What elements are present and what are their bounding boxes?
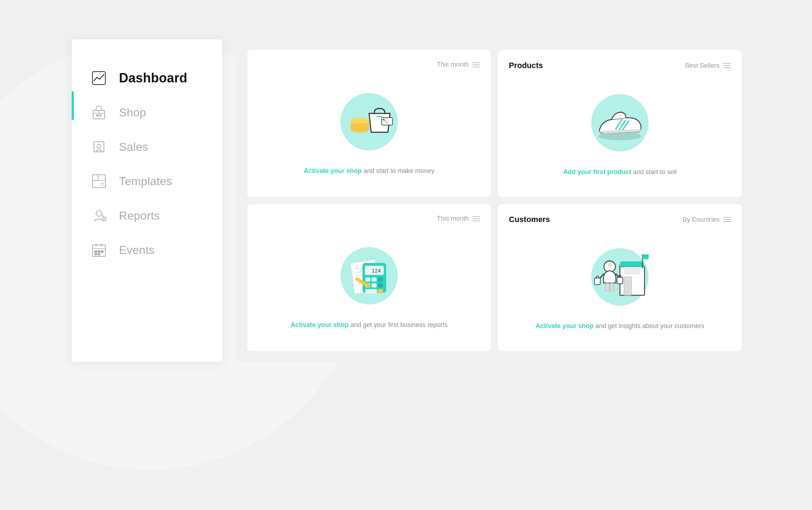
reports-card-header: This month bbox=[258, 215, 480, 222]
customers-card-description: Activate your shop and get insights abou… bbox=[535, 321, 704, 331]
sidebar-item-sales[interactable]: Sales bbox=[90, 130, 204, 164]
dashboard-content: This month bbox=[237, 39, 753, 362]
reports-desc-rest: and get your first business reports bbox=[349, 321, 448, 328]
products-card: Products Best Sellers bbox=[498, 50, 742, 197]
svg-line-15 bbox=[102, 215, 105, 218]
svg-rect-51 bbox=[366, 289, 377, 293]
svg-rect-47 bbox=[378, 278, 383, 282]
svg-rect-8 bbox=[92, 175, 105, 188]
svg-point-31 bbox=[351, 122, 369, 129]
sales-card: This month bbox=[247, 50, 491, 197]
products-illustration bbox=[584, 87, 656, 159]
sidebar-item-templates[interactable]: Templates bbox=[90, 164, 204, 198]
svg-point-4 bbox=[96, 115, 98, 116]
reports-filter-menu-icon bbox=[472, 216, 480, 221]
customers-card-body: Activate your shop and get insights abou… bbox=[509, 231, 731, 340]
sidebar-item-dashboard[interactable]: Dashboard bbox=[90, 61, 204, 95]
reports-icon bbox=[90, 206, 108, 225]
svg-rect-0 bbox=[92, 72, 105, 85]
svg-point-5 bbox=[100, 115, 101, 116]
svg-point-61 bbox=[608, 263, 612, 267]
sidebar-reports-label: Reports bbox=[119, 209, 160, 222]
reports-card-description: Activate your shop and get your first bu… bbox=[291, 320, 448, 330]
reports-illustration: 124 bbox=[333, 240, 405, 312]
shop-icon bbox=[90, 103, 108, 122]
reports-illus-circle: 124 bbox=[340, 247, 398, 304]
customers-filter-button[interactable]: By Countries bbox=[683, 216, 731, 223]
sales-desc-rest: and start to make money bbox=[362, 167, 434, 174]
sidebar-dashboard-label: Dashboard bbox=[119, 71, 187, 86]
svg-rect-50 bbox=[378, 283, 383, 288]
svg-point-14 bbox=[96, 211, 102, 216]
customers-card-title: Customers bbox=[509, 215, 550, 224]
products-desc-rest: and start to sell bbox=[631, 168, 677, 175]
sales-filter-menu-icon bbox=[472, 62, 480, 67]
reports-filter-button[interactable]: This month bbox=[437, 215, 480, 222]
products-filter-menu-icon bbox=[723, 63, 731, 68]
svg-rect-49 bbox=[372, 283, 377, 288]
svg-rect-52 bbox=[378, 289, 383, 293]
sales-filter-label: This month bbox=[437, 61, 469, 68]
customers-card-header: Customers By Countries bbox=[509, 215, 731, 224]
products-card-body: Add your first product and start to sell bbox=[509, 77, 731, 186]
reports-card-body: 124 bbox=[258, 230, 480, 340]
products-card-header: Products Best Sellers bbox=[509, 61, 731, 70]
sidebar-templates-label: Templates bbox=[119, 175, 172, 188]
sales-card-description: Activate your shop and start to make mon… bbox=[304, 166, 434, 176]
customers-filter-label: By Countries bbox=[683, 216, 720, 223]
main-container: Dashboard Shop bbox=[72, 39, 753, 362]
sidebar-shop-label: Shop bbox=[119, 106, 146, 119]
svg-rect-24 bbox=[98, 251, 100, 252]
customers-highlight: Activate your shop bbox=[535, 322, 593, 329]
templates-icon bbox=[90, 172, 108, 191]
sidebar-sales-label: Sales bbox=[119, 140, 148, 154]
products-card-description: Add your first product and start to sell bbox=[563, 167, 677, 177]
svg-rect-46 bbox=[372, 278, 377, 282]
sales-illus-circle bbox=[340, 93, 398, 150]
reports-filter-label: This month bbox=[437, 215, 469, 222]
sales-illustration bbox=[333, 86, 405, 158]
sales-filter-button[interactable]: This month bbox=[437, 61, 480, 68]
customers-illustration bbox=[584, 241, 656, 313]
sidebar-item-events[interactable]: Events bbox=[90, 233, 204, 267]
reports-card: This month bbox=[247, 204, 491, 351]
svg-rect-45 bbox=[366, 278, 371, 282]
svg-rect-26 bbox=[95, 254, 97, 255]
svg-rect-33 bbox=[382, 117, 392, 125]
svg-text:124: 124 bbox=[372, 268, 381, 274]
products-filter-button[interactable]: Best Sellers bbox=[685, 62, 731, 69]
customers-illus-circle bbox=[591, 248, 649, 305]
customers-card: Customers By Countries bbox=[498, 204, 742, 351]
products-filter-label: Best Sellers bbox=[685, 62, 720, 69]
sales-card-body: Activate your shop and start to make mon… bbox=[258, 76, 480, 186]
svg-rect-9 bbox=[92, 175, 98, 181]
customers-filter-menu-icon bbox=[723, 217, 731, 222]
reports-highlight: Activate your shop bbox=[291, 321, 349, 328]
customers-desc-rest: and get insights about your customers bbox=[593, 322, 704, 329]
svg-rect-23 bbox=[95, 251, 97, 252]
shopping-bag-svg bbox=[344, 97, 394, 147]
sales-card-header: This month bbox=[258, 61, 480, 68]
svg-rect-64 bbox=[594, 278, 600, 284]
calculator-svg: 124 bbox=[344, 251, 394, 301]
svg-rect-66 bbox=[606, 283, 609, 291]
svg-rect-56 bbox=[624, 277, 631, 295]
dashboard-icon bbox=[90, 69, 108, 87]
products-card-title: Products bbox=[509, 61, 543, 70]
svg-rect-58 bbox=[643, 254, 649, 259]
svg-rect-67 bbox=[610, 283, 614, 291]
sidebar-item-shop[interactable]: Shop bbox=[90, 95, 204, 130]
shoe-svg bbox=[593, 101, 647, 144]
sales-highlight: Activate your shop bbox=[304, 167, 362, 174]
svg-rect-27 bbox=[98, 254, 100, 255]
products-illus-circle bbox=[591, 94, 649, 151]
customer-svg bbox=[591, 250, 649, 304]
svg-rect-6 bbox=[94, 142, 104, 152]
sidebar: Dashboard Shop bbox=[72, 39, 222, 362]
events-icon bbox=[90, 241, 108, 259]
sidebar-item-reports[interactable]: Reports bbox=[90, 198, 204, 233]
svg-rect-59 bbox=[625, 269, 640, 274]
sidebar-active-indicator bbox=[72, 91, 74, 120]
sidebar-events-label: Events bbox=[119, 244, 155, 257]
svg-rect-25 bbox=[101, 251, 103, 252]
